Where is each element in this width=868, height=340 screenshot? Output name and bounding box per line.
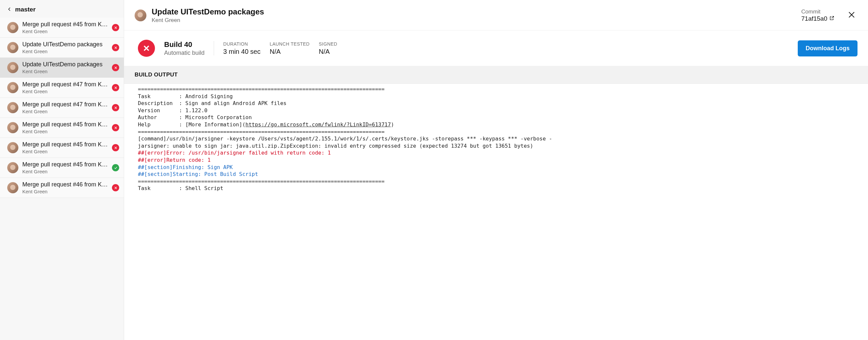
avatar [7, 142, 19, 153]
avatar [7, 122, 19, 133]
commit-item-title: Update UITestDemo packages [22, 41, 108, 48]
launch-tested-label: LAUNCH TESTED [270, 41, 310, 47]
commit-item-author: Kent Green [22, 129, 108, 134]
commit-item-title: Merge pull request #45 from Kin… [22, 161, 108, 168]
commit-item[interactable]: Merge pull request #45 from Kin…Kent Gre… [0, 158, 124, 178]
avatar [7, 62, 19, 73]
signed-value: N/A [319, 48, 337, 56]
avatar [134, 9, 147, 21]
duration-label: DURATION [223, 41, 260, 47]
log-link[interactable]: https://go.microsoft.com/fwlink/?LinkID=… [246, 121, 391, 128]
commit-item-author: Kent Green [22, 69, 108, 74]
x-icon [112, 64, 119, 71]
log-line: ##[error]Return code: 1 [124, 157, 868, 164]
build-status-icon [138, 40, 155, 57]
duration-value: 3 min 40 sec [223, 48, 260, 56]
x-icon [112, 184, 119, 191]
main-panel: Update UITestDemo packages Kent Green Co… [124, 0, 868, 340]
commit-item[interactable]: Merge pull request #47 from Kin…Kent Gre… [0, 78, 124, 98]
branch-back[interactable]: master [0, 0, 124, 18]
commit-item[interactable]: Merge pull request #47 from Kin…Kent Gre… [0, 98, 124, 118]
log-line: ##[section]Starting: Post Build Script [124, 171, 868, 178]
check-icon [112, 164, 119, 171]
x-icon [112, 44, 119, 51]
avatar [7, 22, 19, 33]
log-line: [command]/usr/bin/jarsigner -keystore /U… [124, 135, 868, 143]
commit-item-author: Kent Green [22, 49, 108, 54]
avatar [7, 162, 19, 173]
commit-item-author: Kent Green [22, 149, 108, 154]
commit-item-author: Kent Green [22, 189, 108, 194]
build-output-header: BUILD OUTPUT [124, 66, 868, 84]
commit-item-author: Kent Green [22, 29, 108, 34]
log-line: Task : Android Signing [124, 93, 868, 100]
commit-title: Update UITestDemo packages [152, 7, 796, 17]
commit-item[interactable]: Update UITestDemo packagesKent Green [0, 58, 124, 78]
x-icon [112, 24, 119, 31]
chevron-left-icon [7, 6, 12, 13]
x-icon [112, 144, 119, 151]
log-line: Author : Microsoft Corporation [124, 114, 868, 121]
log-line: ========================================… [124, 86, 868, 93]
build-type: Automatic build [164, 50, 205, 57]
commit-list[interactable]: Merge pull request #45 from Kin…Kent Gre… [0, 18, 124, 340]
download-logs-button[interactable]: Download Logs [798, 40, 858, 57]
commit-item-author: Kent Green [22, 169, 108, 174]
log-line: Help : [More Information](https://go.mic… [124, 121, 868, 128]
commit-item-author: Kent Green [22, 89, 108, 94]
log-line: ========================================… [124, 178, 868, 185]
x-icon [112, 124, 119, 131]
commit-item-title: Merge pull request #47 from Kin… [22, 101, 108, 108]
commit-item[interactable]: Merge pull request #45 from Kin…Kent Gre… [0, 118, 124, 138]
branch-name: master [15, 6, 35, 13]
commit-item[interactable]: Merge pull request #46 from Kin…Kent Gre… [0, 178, 124, 198]
commit-item-title: Merge pull request #46 from Kin… [22, 181, 108, 188]
build-id: Build 40 [164, 40, 205, 49]
commit-item-title: Update UITestDemo packages [22, 61, 108, 68]
x-icon [112, 84, 119, 91]
commit-item[interactable]: Merge pull request #45 from Kin…Kent Gre… [0, 138, 124, 158]
launch-tested-value: N/A [270, 48, 310, 56]
log-line: ========================================… [124, 128, 868, 135]
commit-item-title: Merge pull request #45 from Kin… [22, 121, 108, 128]
commit-header: Update UITestDemo packages Kent Green Co… [124, 0, 868, 31]
avatar [7, 82, 19, 93]
commit-sha: 71af15a0 [801, 15, 827, 22]
commit-item-title: Merge pull request #45 from Kin… [22, 141, 108, 148]
log-line: Version : 1.122.0 [124, 107, 868, 114]
log-line: ##[error]Error: /usr/bin/jarsigner faile… [124, 149, 868, 157]
x-icon [112, 104, 119, 111]
commit-author: Kent Green [152, 17, 796, 24]
build-output[interactable]: ========================================… [124, 84, 868, 340]
build-summary: Build 40 Automatic build DURATION 3 min … [124, 31, 868, 66]
log-line: Task : Shell Script [124, 185, 868, 192]
commit-label: Commit [801, 8, 835, 15]
log-line: Description : Sign and align Android APK… [124, 100, 868, 107]
avatar [7, 182, 19, 193]
log-line: ##[section]Finishing: Sign APK [124, 164, 868, 171]
commit-item[interactable]: Merge pull request #45 from Kin…Kent Gre… [0, 18, 124, 38]
log-line: jarsigner: unable to sign jar: java.util… [124, 143, 868, 150]
divider [214, 41, 214, 56]
commit-item-title: Merge pull request #47 from Kin… [22, 81, 108, 88]
external-link-icon [829, 15, 835, 22]
signed-label: SIGNED [319, 41, 337, 47]
commit-item-title: Merge pull request #45 from Kin… [22, 21, 108, 28]
sidebar: master Merge pull request #45 from Kin…K… [0, 0, 124, 340]
commit-item[interactable]: Update UITestDemo packagesKent Green [0, 38, 124, 58]
commit-item-author: Kent Green [22, 109, 108, 114]
close-button[interactable] [846, 9, 858, 22]
avatar [7, 102, 19, 113]
avatar [7, 42, 19, 53]
commit-meta[interactable]: Commit 71af15a0 [801, 8, 835, 22]
